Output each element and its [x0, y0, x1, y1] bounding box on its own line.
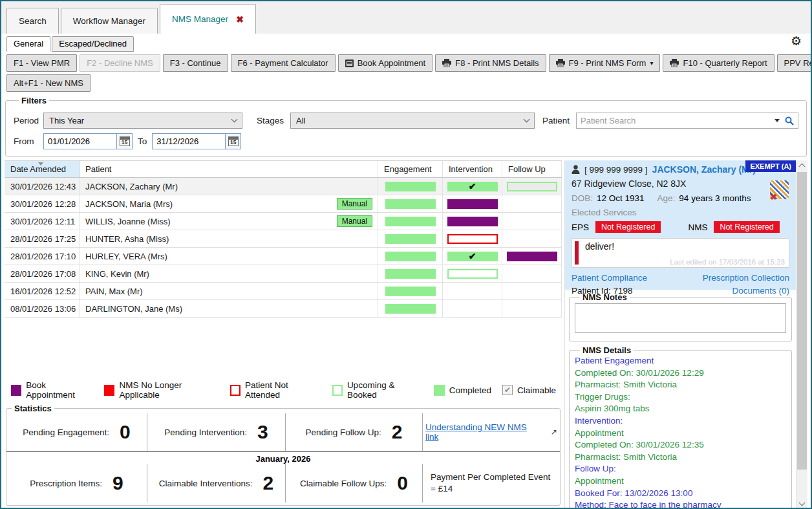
patient-id: Patient Id: 7198 — [572, 286, 633, 296]
table-row[interactable]: 30/01/2026 12:28 JACKSON, Maria (Mrs)Man… — [5, 195, 562, 213]
tab-escaped-declined[interactable]: Escaped/Declined — [52, 36, 134, 52]
quarterly-report-label: F10 - Quarterly Report — [683, 58, 767, 68]
book-appointment-button[interactable]: Book Appointment — [338, 54, 433, 72]
pending-intervention-label: Pending Intervention: — [164, 428, 247, 437]
brand-x-icon: ✖ — [770, 192, 777, 202]
pending-intervention-stat: Pending Intervention: 3 — [147, 413, 286, 451]
followup-status — [507, 182, 557, 191]
tab-general[interactable]: General — [6, 36, 50, 52]
nms-status-badge: Not Registered — [714, 221, 779, 233]
scroll-up-icon[interactable] — [799, 164, 806, 170]
print-nms-details-label: F8 - Print NMS Details — [455, 58, 539, 68]
intervention-status — [447, 182, 498, 191]
sort-desc-icon — [38, 162, 43, 166]
manual-badge: Manual — [337, 198, 372, 210]
claimable-interventions-stat: Claimable Interventions: 2 — [147, 464, 286, 503]
from-date-input[interactable] — [48, 136, 107, 146]
claimable-interventions-value: 2 — [263, 472, 274, 494]
sub-tab-bar: General Escaped/Declined ⚙ — [1, 34, 811, 52]
documents-link[interactable]: Documents (0) — [732, 286, 789, 296]
from-label: From — [14, 136, 43, 146]
tab-search-label: Search — [19, 16, 47, 26]
scroll-down-icon[interactable] — [799, 500, 806, 506]
prescription-collection-link[interactable]: Prescription Collection — [703, 273, 789, 283]
from-calendar-button[interactable]: 15 — [116, 134, 132, 149]
age-label: Age: — [657, 193, 676, 203]
print-nms-details-button[interactable]: F8 - Print NMS Details — [435, 54, 546, 72]
patient-name: HURLEY, VERA (Mrs) — [85, 252, 167, 261]
intervention-status — [447, 234, 498, 244]
table-row[interactable]: 16/01/2026 12:52 PAIN, Max (Mr) — [5, 283, 562, 300]
chevron-down-icon — [524, 116, 530, 123]
to-calendar-button[interactable]: 15 — [225, 134, 240, 149]
detail-line: Trigger Drugs: — [575, 391, 786, 404]
col-engagement-label: Engagement — [384, 164, 432, 174]
patient-search-box — [576, 113, 798, 129]
continue-button[interactable]: F3 - Continue — [163, 54, 228, 72]
decline-nms-button[interactable]: F2 - Decline NMS — [80, 54, 160, 72]
engagement-status — [385, 182, 436, 191]
intervention-status — [447, 217, 498, 226]
patient-address: 67 Ridgeview Close, N2 8JX — [572, 179, 789, 189]
column-header-intervention[interactable]: Intervention — [443, 161, 502, 177]
to-date-input[interactable] — [156, 136, 216, 146]
quarterly-report-button[interactable]: F10 - Quarterly Report — [663, 54, 774, 72]
table-row[interactable]: 28/01/2026 17:25 HUNTER, Asha (Miss) — [5, 230, 562, 248]
ppv-report-button[interactable]: PPV Report — [777, 54, 812, 72]
table-row[interactable]: 30/01/2026 12:11 WILLIS, Joanne (Miss)Ma… — [5, 213, 562, 230]
tab-escaped-label: Escaped/Declined — [59, 39, 127, 49]
tab-nms-manager[interactable]: NMS Manager ✖ — [160, 4, 256, 34]
note-text: deliver! — [585, 241, 614, 252]
stages-value: All — [296, 116, 305, 125]
nms-notes-textarea[interactable] — [575, 303, 786, 333]
nms-notes-group: NMS Notes — [569, 292, 792, 341]
engagement-status — [385, 199, 436, 209]
patient-note[interactable]: deliver! Last edited on 17/03/2016 at 15… — [572, 238, 789, 268]
tab-workflow-manager[interactable]: Workflow Manager — [61, 8, 158, 34]
new-nms-button[interactable]: Alt+F1 - New NMS — [6, 74, 91, 92]
detail-line: Booked For: 13/02/2026 13:00 — [575, 488, 786, 500]
close-icon[interactable]: ✖ — [236, 14, 244, 25]
column-header-followup[interactable]: Follow Up — [502, 161, 562, 177]
print-nms-form-button[interactable]: F9 - Print NMS Form ▾ — [549, 54, 661, 72]
table-row[interactable]: 28/01/2026 17:08 KING, Kevin (Mr) — [5, 265, 562, 283]
patient-name-header: JACKSON, Zachary (Mr) — [652, 164, 756, 175]
table-empty-area — [5, 318, 562, 378]
search-icon[interactable] — [785, 116, 794, 125]
tab-search[interactable]: Search — [6, 8, 59, 34]
gear-icon[interactable]: ⚙ — [791, 35, 802, 47]
date-amended: 08/01/2026 13:06 — [10, 304, 76, 314]
pending-followup-label: Pending Follow Up: — [306, 428, 381, 437]
claimable-followups-value: 0 — [397, 472, 408, 494]
table-row[interactable]: 30/01/2026 12:43 JACKSON, Zachary (Mr) — [5, 178, 562, 195]
panel-scrollbar[interactable] — [796, 160, 807, 509]
payment-calculator-button[interactable]: F6 - Payment Calculator — [231, 54, 336, 72]
engagement-status — [385, 287, 436, 296]
calendar-icon: 15 — [120, 136, 130, 146]
payment-per-event-label: Payment Per Completed Event = £14 — [431, 471, 553, 495]
legend-label: Completed — [449, 385, 491, 395]
stages-select[interactable]: All — [290, 113, 535, 129]
detail-line: Pharmacist: Smith Victoria — [575, 379, 786, 391]
patient-search-input[interactable] — [581, 116, 769, 125]
legend-swatch-completed — [434, 385, 445, 396]
decline-nms-label: F2 - Decline NMS — [87, 58, 153, 68]
period-select[interactable]: This Year — [43, 113, 242, 129]
column-header-patient[interactable]: Patient — [80, 161, 378, 177]
patient-compliance-link[interactable]: Patient Compliance — [572, 273, 647, 283]
table-row[interactable]: 08/01/2026 13:06 DARLINGTON, Jane (Ms) — [5, 300, 562, 318]
statistics-group: Statistics Pending Engagement: 0 Pending… — [6, 404, 561, 506]
dropdown-icon[interactable] — [775, 119, 780, 122]
understanding-nms-link[interactable]: Understanding NEW NMS link — [425, 422, 537, 442]
manual-badge: Manual — [337, 215, 372, 227]
column-header-date-amended[interactable]: Date Amended — [5, 161, 80, 177]
detail-line: Appointment — [575, 428, 786, 440]
table-row[interactable]: 28/01/2026 17:10 HURLEY, VERA (Mrs) — [5, 248, 562, 265]
column-header-engagement[interactable]: Engagement — [378, 161, 443, 177]
scrollbar-thumb[interactable] — [797, 172, 807, 470]
printer-icon — [556, 59, 565, 67]
patient-summary: EXEMPT (A) [ 999 999 9999 ] JACKSON, Zac… — [565, 160, 796, 290]
view-pmr-button[interactable]: F1 - View PMR — [6, 54, 77, 72]
pharmacy-brand-icon: ✖ — [769, 180, 789, 200]
legend-item: Claimable — [502, 385, 556, 395]
